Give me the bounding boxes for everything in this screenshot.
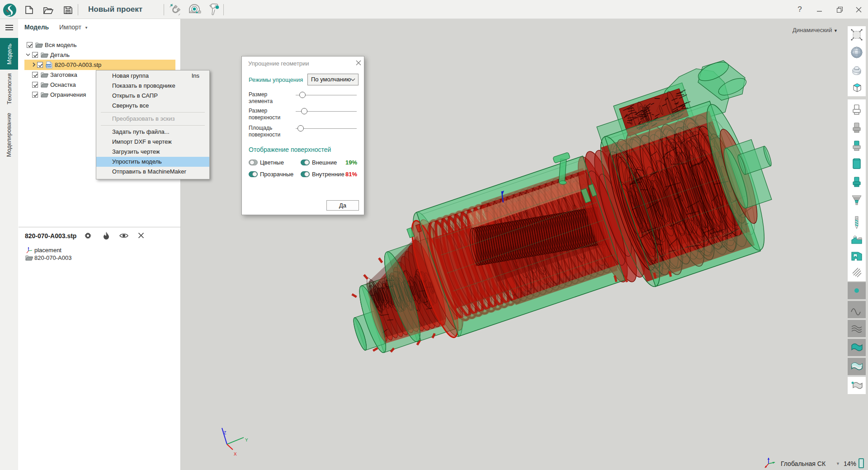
svg-text:STP: STP [46,64,51,67]
svg-text:X: X [234,451,237,457]
svg-text:Z: Z [223,430,226,436]
svg-text:Y: Y [245,437,248,443]
